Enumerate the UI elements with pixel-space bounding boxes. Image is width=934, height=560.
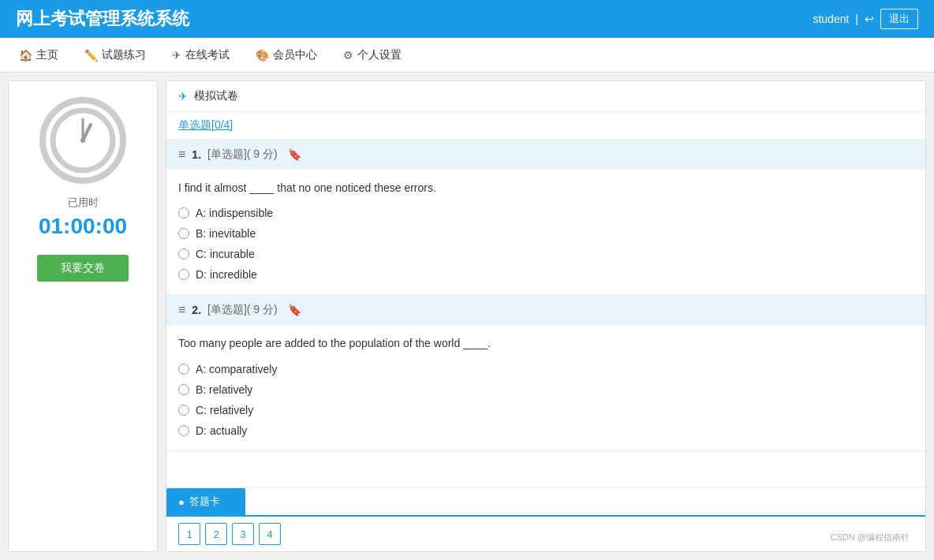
- radio-2-A[interactable]: [178, 364, 189, 375]
- member-icon: 🎨: [256, 49, 269, 62]
- question-num-1: 1.: [192, 148, 201, 161]
- option-1-D[interactable]: D: incredible: [178, 264, 913, 285]
- nav-bar: 🏠 主页 ✏️ 试题练习 ✈ 在线考试 🎨 会员中心 ⚙ 个人设置: [0, 38, 934, 73]
- question-block-2: ≡ 2. [单选题]( 9 分) 🔖 Too many people are a…: [166, 295, 925, 450]
- radio-1-B[interactable]: [178, 228, 189, 239]
- logout-button[interactable]: 退出: [880, 9, 918, 29]
- exam-title: 模拟试卷: [194, 89, 238, 103]
- radio-1-C[interactable]: [178, 248, 189, 259]
- clock-widget: [39, 97, 126, 184]
- nav-item-exam[interactable]: ✈ 在线考试: [161, 42, 241, 69]
- option-label-1-C: C: incurable: [196, 248, 255, 260]
- option-2-A[interactable]: A: comparatively: [178, 359, 913, 379]
- question-block-1: ≡ 1. [单选题]( 9 分) 🔖 I find it almost ____…: [166, 140, 925, 295]
- watermark: CSDN @编程指南针: [831, 532, 910, 543]
- nav-label-exam: 在线考试: [185, 48, 230, 62]
- section-label: 单选题[0/4]: [166, 112, 925, 140]
- settings-icon: ⚙: [343, 49, 353, 62]
- nav-label-settings: 个人设置: [357, 48, 402, 62]
- header-user: student | ↩ 退出: [813, 9, 918, 29]
- answer-num-1[interactable]: 1: [178, 523, 200, 545]
- questions-container: ≡ 1. [单选题]( 9 分) 🔖 I find it almost ____…: [166, 140, 925, 487]
- question-options-2: A: comparatively B: relatively C: relati…: [166, 359, 925, 450]
- radio-2-B[interactable]: [178, 384, 189, 395]
- clock-icon: [47, 105, 118, 176]
- username-label: student: [813, 13, 849, 25]
- answer-card-label: 答题卡: [189, 495, 220, 509]
- nav-item-practice[interactable]: ✏️ 试题练习: [73, 42, 157, 69]
- submit-button[interactable]: 我要交卷: [37, 255, 129, 282]
- header: 网上考试管理系统系统 student | ↩ 退出: [0, 0, 934, 38]
- answer-num-2[interactable]: 2: [205, 523, 227, 545]
- question-header-1: ≡ 1. [单选题]( 9 分) 🔖: [166, 140, 925, 170]
- question-options-1: A: indispensible B: inevitable C: incura…: [166, 203, 925, 294]
- option-label-2-B: B: relatively: [196, 383, 252, 396]
- nav-label-member: 会员中心: [273, 48, 317, 62]
- exam-icon: ✈: [172, 49, 181, 62]
- nav-item-home[interactable]: 🏠 主页: [8, 42, 69, 69]
- radio-1-D[interactable]: [178, 269, 189, 280]
- header-title: 网上考试管理系统系统: [16, 7, 189, 31]
- option-2-D[interactable]: D: actually: [178, 420, 913, 441]
- nav-item-member[interactable]: 🎨 会员中心: [245, 42, 328, 69]
- radio-2-D[interactable]: [178, 425, 189, 436]
- list-icon-2: ≡: [178, 303, 185, 317]
- question-header-2: ≡ 2. [单选题]( 9 分) 🔖: [166, 295, 925, 325]
- radio-1-A[interactable]: [178, 207, 189, 218]
- main-layout: 已用时 01:00:00 我要交卷 ✈ 模拟试卷 单选题[0/4] ≡ 1. […: [0, 73, 934, 560]
- radio-2-C[interactable]: [178, 405, 189, 416]
- answer-card-tab[interactable]: ● 答题卡: [166, 488, 245, 515]
- nav-label-practice: 试题练习: [102, 48, 146, 62]
- option-label-1-A: A: indispensible: [196, 207, 273, 219]
- separator: |: [855, 13, 858, 25]
- answer-card-area: 1 2 3 4 CSDN @编程指南针: [166, 515, 925, 551]
- paper-icon: ✈: [178, 90, 188, 103]
- bookmark-icon-2[interactable]: 🔖: [288, 304, 301, 316]
- home-icon: 🏠: [19, 49, 32, 62]
- option-2-B[interactable]: B: relatively: [178, 379, 913, 400]
- question-text-1: I find it almost ____ that no one notice…: [166, 170, 925, 203]
- option-1-B[interactable]: B: inevitable: [178, 223, 913, 244]
- list-icon-1: ≡: [178, 147, 185, 162]
- answer-num-3[interactable]: 3: [232, 523, 254, 545]
- nav-item-settings[interactable]: ⚙ 个人设置: [332, 42, 413, 69]
- bookmark-icon-1[interactable]: 🔖: [288, 148, 301, 161]
- question-type-1: [单选题]( 9 分): [207, 147, 278, 162]
- option-2-C[interactable]: C: relatively: [178, 400, 913, 420]
- logout-icon: ↩: [865, 13, 874, 25]
- question-type-2: [单选题]( 9 分): [207, 303, 278, 317]
- time-display: 01:00:00: [39, 214, 127, 239]
- option-label-2-A: A: comparatively: [196, 363, 277, 375]
- question-num-2: 2.: [192, 304, 201, 316]
- content-area: ✈ 模拟试卷 单选题[0/4] ≡ 1. [单选题]( 9 分) 🔖 I fin…: [166, 80, 926, 552]
- option-label-1-B: B: inevitable: [196, 227, 256, 240]
- answer-card-icon: ●: [178, 496, 185, 508]
- nav-label-home: 主页: [36, 48, 58, 62]
- time-label: 已用时: [68, 196, 99, 210]
- option-label-2-C: C: relatively: [196, 404, 253, 416]
- option-1-C[interactable]: C: incurable: [178, 244, 913, 264]
- option-label-1-D: D: incredible: [196, 268, 257, 281]
- content-header: ✈ 模拟试卷: [166, 81, 925, 112]
- option-1-A[interactable]: A: indispensible: [178, 203, 913, 223]
- option-label-2-D: D: actually: [196, 424, 247, 437]
- svg-point-3: [80, 138, 85, 143]
- answer-num-4[interactable]: 4: [259, 523, 281, 545]
- practice-icon: ✏️: [84, 49, 98, 62]
- bottom-section: ● 答题卡 1 2 3 4 CSDN @编程指南针: [166, 487, 925, 551]
- question-text-2: Too many people are added to the populat…: [166, 325, 925, 358]
- sidebar: 已用时 01:00:00 我要交卷: [8, 80, 158, 552]
